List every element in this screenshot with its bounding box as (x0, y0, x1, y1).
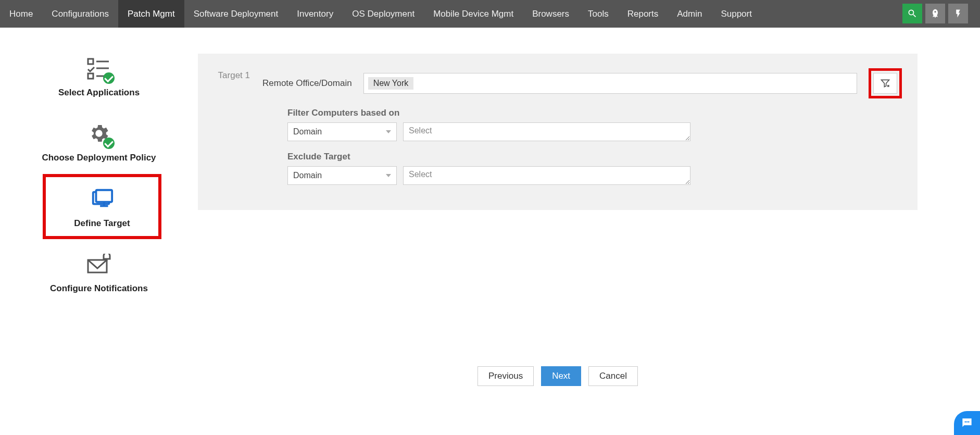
chevron-down-icon (386, 130, 391, 133)
nav-tools[interactable]: Tools (579, 0, 618, 28)
nav-patch-mgmt[interactable]: Patch Mgmt (118, 0, 184, 28)
filter-remove-icon (880, 78, 890, 89)
rocket-icon (930, 8, 940, 19)
filter-button-highlight (869, 68, 902, 98)
remote-office-label: Remote Office/Domain (262, 78, 352, 89)
filter-by-select[interactable]: Domain (287, 122, 397, 141)
nav-configurations[interactable]: Configurations (42, 0, 118, 28)
wizard-step-configure-notifications[interactable]: Configure Notifications (31, 239, 167, 304)
exclude-value-input[interactable]: Select (403, 166, 690, 185)
nav-home[interactable]: Home (0, 0, 42, 28)
exclude-target-section: Exclude Target Domain Select (287, 152, 902, 185)
wizard-step-label: Configure Notifications (36, 283, 161, 294)
svg-rect-6 (96, 190, 112, 202)
quick-actions-button[interactable] (948, 4, 968, 23)
search-button[interactable] (902, 4, 922, 23)
wizard-step-choose-deployment-policy[interactable]: Choose Deployment Policy (31, 108, 167, 173)
exclude-by-select[interactable]: Domain (287, 166, 397, 185)
applications-icon (36, 54, 161, 83)
footer-buttons: Previous Next Cancel (198, 366, 918, 386)
target-heading: Target 1 (198, 68, 250, 195)
previous-button[interactable]: Previous (478, 366, 534, 386)
nav-software-deployment[interactable]: Software Deployment (184, 0, 288, 28)
wizard-sidebar: Select Applications Choose Deployment Po… (31, 28, 167, 304)
remote-office-input[interactable]: New York (363, 73, 857, 94)
chevron-down-icon (386, 174, 391, 177)
wizard-step-label: Define Target (48, 218, 156, 229)
filter-by-value: Domain (293, 127, 322, 136)
search-icon (907, 8, 918, 19)
nav-inventory[interactable]: Inventory (287, 0, 343, 28)
svg-rect-0 (88, 59, 93, 64)
lightning-icon (953, 8, 963, 19)
monitor-icon (48, 184, 156, 214)
main-content: Target 1 Remote Office/Domain New York F… (167, 33, 949, 396)
checkmark-badge-icon (103, 72, 115, 84)
remote-office-chip[interactable]: New York (368, 77, 414, 90)
next-button[interactable]: Next (541, 366, 581, 386)
nav-mobile-device-mgmt[interactable]: Mobile Device Mgmt (424, 0, 523, 28)
nav-reports[interactable]: Reports (618, 0, 668, 28)
target-panel: Target 1 Remote Office/Domain New York F… (198, 54, 918, 210)
exclude-by-value: Domain (293, 171, 322, 180)
exclude-target-label: Exclude Target (287, 152, 902, 162)
wizard-step-label: Select Applications (36, 87, 161, 98)
envelope-bell-icon (36, 250, 161, 279)
top-nav: Home Configurations Patch Mgmt Software … (0, 0, 980, 28)
wizard-step-label: Choose Deployment Policy (36, 152, 161, 163)
filter-computers-label: Filter Computers based on (287, 108, 902, 118)
wizard-step-define-target[interactable]: Define Target (43, 174, 161, 239)
nav-browsers[interactable]: Browsers (523, 0, 579, 28)
filter-toggle-button[interactable] (873, 73, 897, 94)
gear-icon (36, 119, 161, 148)
svg-rect-3 (88, 73, 93, 79)
nav-support[interactable]: Support (711, 0, 761, 28)
checkmark-badge-icon (103, 138, 115, 149)
cancel-button[interactable]: Cancel (588, 366, 638, 386)
wizard-step-select-applications[interactable]: Select Applications (31, 43, 167, 108)
quick-launch-button[interactable] (925, 4, 945, 23)
filter-value-input[interactable]: Select (403, 122, 690, 141)
nav-os-deployment[interactable]: OS Deployment (343, 0, 424, 28)
filter-computers-section: Filter Computers based on Domain Select (287, 108, 902, 141)
nav-admin[interactable]: Admin (668, 0, 711, 28)
